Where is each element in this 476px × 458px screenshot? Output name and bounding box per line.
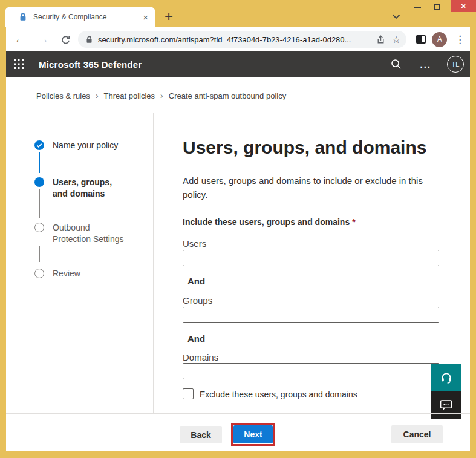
defender-header: Microsoft 365 Defender ... TL bbox=[6, 51, 470, 77]
exclude-checkbox-label: Exclude these users, groups and domains bbox=[200, 390, 357, 399]
feedback-button[interactable] bbox=[431, 391, 461, 419]
breadcrumb-separator: › bbox=[160, 91, 163, 100]
back-button[interactable]: Back bbox=[180, 426, 222, 443]
step-completed-check-icon[interactable] bbox=[34, 140, 44, 150]
side-panel-icon[interactable] bbox=[416, 34, 426, 44]
window-maximize-button[interactable] bbox=[428, 0, 445, 15]
step-connector bbox=[39, 189, 40, 218]
users-field-label: Users bbox=[183, 238, 206, 249]
feedback-bubble-icon bbox=[440, 399, 452, 411]
url-bar[interactable]: security.microsoft.com/antispam?tid=4f73… bbox=[78, 31, 406, 48]
page-content: Policies & rules › Threat policies › Cre… bbox=[6, 77, 470, 451]
url-text: security.microsoft.com/antispam?tid=4f73… bbox=[98, 35, 370, 44]
browser-tab[interactable]: Security & Compliance × bbox=[5, 7, 155, 27]
wizard-step-review[interactable]: Review bbox=[53, 268, 137, 280]
breadcrumb-policies-rules[interactable]: Policies & rules bbox=[36, 91, 90, 100]
breadcrumb-current-page: Create anti-spam outbound policy bbox=[169, 91, 286, 100]
users-input[interactable] bbox=[183, 250, 439, 266]
page-description: Add users, groups and domains to include… bbox=[183, 174, 444, 201]
page-title: Users, groups, and domains bbox=[183, 137, 426, 158]
step-connector bbox=[39, 152, 40, 173]
step-connector bbox=[39, 246, 40, 262]
domains-input[interactable] bbox=[183, 363, 439, 379]
bookmark-star-icon[interactable]: ☆ bbox=[392, 34, 400, 45]
url-lock-icon bbox=[86, 36, 93, 44]
browser-toolbar: ← → security.microsoft.com/antispam?tid=… bbox=[6, 27, 470, 51]
wizard-step-users-groups-domains[interactable]: Users, groups, and domains bbox=[53, 177, 137, 200]
breadcrumb-separator: › bbox=[96, 91, 99, 100]
browser-profile-avatar[interactable]: A bbox=[432, 32, 447, 47]
breadcrumb: Policies & rules › Threat policies › Cre… bbox=[36, 91, 286, 100]
tab-favicon-lock-icon bbox=[19, 13, 27, 21]
annotation-highlight: Next bbox=[231, 423, 275, 446]
share-icon[interactable] bbox=[376, 34, 386, 45]
domains-field-label: Domains bbox=[183, 352, 218, 362]
reload-icon[interactable] bbox=[57, 31, 73, 47]
wizard-step-name-your-policy[interactable]: Name your policy bbox=[53, 140, 137, 151]
step-current-dot[interactable] bbox=[34, 177, 44, 187]
groups-field-label: Groups bbox=[183, 295, 212, 306]
header-divider bbox=[6, 113, 470, 113]
sidebar-divider bbox=[153, 113, 154, 413]
required-asterisk: * bbox=[352, 217, 355, 227]
tab-list-chevron-icon[interactable] bbox=[392, 11, 400, 22]
step-upcoming-dot[interactable] bbox=[34, 269, 44, 278]
headset-icon bbox=[440, 371, 453, 384]
account-avatar[interactable]: TL bbox=[447, 56, 464, 73]
wizard-step-outbound-protection[interactable]: Outbound Protection Settings bbox=[53, 222, 137, 245]
new-tab-button[interactable]: + bbox=[160, 7, 178, 25]
app-launcher-waffle-icon[interactable] bbox=[14, 59, 24, 69]
and-separator: And bbox=[187, 333, 205, 344]
next-button[interactable]: Next bbox=[233, 425, 273, 443]
back-icon[interactable]: ← bbox=[12, 31, 28, 47]
cancel-button[interactable]: Cancel bbox=[391, 425, 443, 443]
include-section-label: Include these users, groups and domains* bbox=[183, 217, 356, 227]
breadcrumb-threat-policies[interactable]: Threat policies bbox=[104, 91, 155, 100]
groups-input[interactable] bbox=[183, 307, 439, 323]
window-close-button[interactable]: × bbox=[451, 0, 476, 12]
tab-title: Security & Compliance bbox=[33, 13, 140, 21]
forward-icon[interactable]: → bbox=[36, 31, 51, 47]
search-icon[interactable] bbox=[391, 59, 402, 70]
step-upcoming-dot[interactable] bbox=[34, 223, 44, 232]
help-button[interactable] bbox=[431, 364, 461, 391]
header-more-icon[interactable]: ... bbox=[420, 59, 431, 70]
product-title: Microsoft 365 Defender bbox=[39, 59, 142, 70]
browser-window: Security & Compliance × + × ← → security… bbox=[0, 0, 476, 458]
window-minimize-button[interactable] bbox=[409, 0, 426, 15]
exclude-checkbox[interactable] bbox=[183, 388, 194, 399]
footer-divider bbox=[6, 413, 470, 414]
tab-close-icon[interactable]: × bbox=[140, 12, 151, 22]
browser-menu-icon[interactable]: ⋮ bbox=[455, 33, 465, 46]
and-separator: And bbox=[187, 276, 205, 286]
